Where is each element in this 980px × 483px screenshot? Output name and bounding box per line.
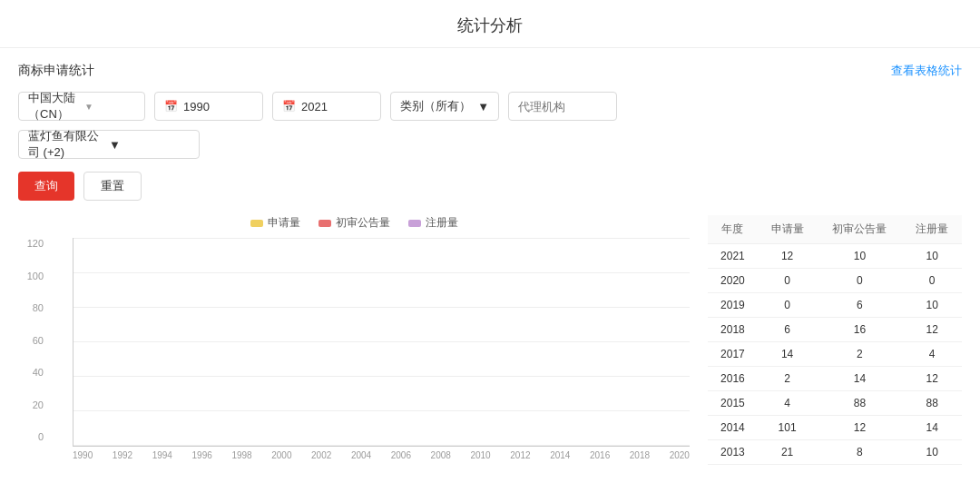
y-100: 100 [18, 271, 44, 281]
x-label: 1994 [152, 450, 172, 460]
x-label: 2010 [470, 450, 490, 460]
y-40: 40 [18, 367, 44, 378]
cell-year: 2016 [708, 367, 758, 391]
category-arrow-icon: ▼ [477, 100, 489, 113]
table-row: 2015 4 88 88 [708, 391, 962, 416]
cell-app: 6 [758, 318, 818, 342]
legend-app: 申请量 [250, 215, 300, 231]
y-axis: 120 100 80 60 40 20 0 [18, 238, 44, 442]
legend-reg: 注册量 [408, 215, 458, 231]
chart-container: 120 100 80 60 40 20 0 [45, 238, 690, 460]
cell-year: 2014 [708, 416, 758, 440]
legend-pub-label: 初审公告量 [336, 215, 390, 231]
table-header: 年度 申请量 初审公告量 注册量 [708, 215, 962, 244]
calendar-start-icon: 📅 [164, 100, 178, 113]
table-row: 2020 0 0 0 [708, 269, 962, 293]
y-20: 20 [18, 399, 44, 410]
table-row: 2017 14 2 4 [708, 342, 962, 367]
filter-row-1: 中国大陆（CN） ▼ 📅 📅 类别（所有） ▼ [18, 92, 962, 121]
cell-app: 12 [758, 244, 818, 269]
page-title: 统计分析 [457, 16, 523, 34]
legend-pub-color [318, 220, 331, 227]
region-value: 中国大陆（CN） [28, 90, 79, 123]
cell-year: 2013 [708, 440, 758, 465]
year-end-field[interactable] [301, 100, 356, 113]
x-label: 2004 [351, 450, 371, 460]
cell-app: 101 [758, 416, 818, 440]
table-row: 2021 12 10 10 [708, 244, 962, 269]
cell-reg: 10 [902, 440, 962, 465]
main-content: 商标申请统计 查看表格统计 中国大陆（CN） ▼ 📅 📅 类别（所有） ▼ [0, 48, 980, 479]
y-80: 80 [18, 302, 44, 313]
category-value: 类别（所有） [400, 98, 477, 114]
y-0: 0 [18, 431, 44, 442]
chart-legend: 申请量 初审公告量 注册量 [18, 215, 690, 231]
cell-reg: 10 [902, 244, 962, 269]
stats-table: 年度 申请量 初审公告量 注册量 2021 12 10 10 2020 0 0 … [708, 215, 962, 465]
col-pub: 初审公告量 [817, 215, 902, 244]
cell-pub: 12 [817, 416, 902, 440]
region-select[interactable]: 中国大陆（CN） ▼ [18, 92, 145, 121]
reset-button[interactable]: 重置 [83, 172, 142, 201]
chart-area: 申请量 初审公告量 注册量 120 100 [18, 215, 690, 465]
cell-year: 2015 [708, 391, 758, 416]
cell-year: 2017 [708, 342, 758, 367]
cell-app: 0 [758, 269, 818, 293]
cell-app: 4 [758, 391, 818, 416]
legend-reg-color [408, 220, 421, 227]
legend-app-label: 申请量 [268, 215, 300, 231]
x-label: 2018 [630, 450, 650, 460]
x-label: 2002 [311, 450, 331, 460]
col-app: 申请量 [758, 215, 818, 244]
agency-field[interactable] [518, 100, 591, 113]
table-row: 2019 0 6 10 [708, 293, 962, 318]
section-header: 商标申请统计 查看表格统计 [18, 63, 962, 79]
table-header-row: 年度 申请量 初审公告量 注册量 [708, 215, 962, 244]
x-label: 1996 [192, 450, 212, 460]
table-row: 2018 6 16 12 [708, 318, 962, 342]
region-arrow-icon: ▼ [84, 102, 135, 112]
table-row: 2014 101 12 14 [708, 416, 962, 440]
cell-app: 21 [758, 440, 818, 465]
x-label: 2012 [510, 450, 530, 460]
cell-pub: 2 [817, 342, 902, 367]
cell-pub: 8 [817, 440, 902, 465]
y-120: 120 [18, 238, 44, 249]
cell-year: 2019 [708, 293, 758, 318]
x-label: 2014 [550, 450, 570, 460]
view-table-link[interactable]: 查看表格统计 [891, 63, 962, 79]
cell-app: 0 [758, 293, 818, 318]
cell-app: 2 [758, 367, 818, 391]
cell-year: 2018 [708, 318, 758, 342]
cell-reg: 4 [902, 342, 962, 367]
calendar-end-icon: 📅 [282, 100, 296, 113]
category-select[interactable]: 类别（所有） ▼ [390, 92, 499, 121]
cell-pub: 88 [817, 391, 902, 416]
cell-reg: 0 [902, 269, 962, 293]
cell-reg: 12 [902, 318, 962, 342]
company-arrow-icon: ▼ [109, 138, 190, 152]
cell-year: 2020 [708, 269, 758, 293]
legend-pub: 初审公告量 [318, 215, 390, 231]
cell-pub: 0 [817, 269, 902, 293]
company-select[interactable]: 蓝灯鱼有限公司 (+2) ▼ [18, 130, 200, 159]
year-end-input[interactable]: 📅 [272, 92, 381, 121]
x-axis: 1990199219941996199820002002200420062008… [73, 450, 690, 460]
col-year: 年度 [708, 215, 758, 244]
bar-chart [73, 238, 690, 447]
year-start-input[interactable]: 📅 [154, 92, 263, 121]
year-start-field[interactable] [183, 100, 238, 113]
agency-input[interactable] [508, 92, 617, 121]
cell-reg: 88 [902, 391, 962, 416]
cell-pub: 10 [817, 244, 902, 269]
cell-year: 2021 [708, 244, 758, 269]
cell-reg: 10 [902, 293, 962, 318]
page-header: 统计分析 [0, 0, 980, 48]
bars-container [74, 238, 690, 446]
y-60: 60 [18, 335, 44, 346]
x-label: 1998 [231, 450, 251, 460]
cell-reg: 14 [902, 416, 962, 440]
cell-app: 14 [758, 342, 818, 367]
query-button[interactable]: 查询 [18, 172, 74, 201]
chart-section: 申请量 初审公告量 注册量 120 100 [18, 215, 962, 465]
